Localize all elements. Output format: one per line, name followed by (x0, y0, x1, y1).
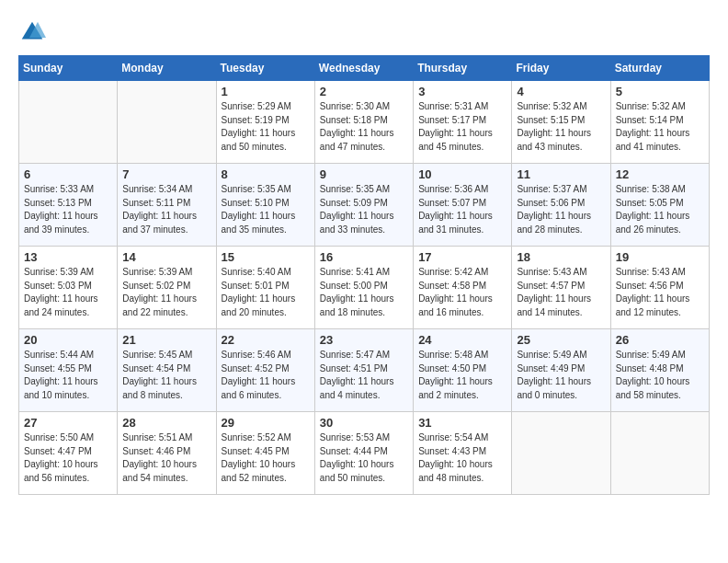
calendar-cell: 6Sunrise: 5:33 AMSunset: 5:13 PMDaylight… (19, 164, 118, 247)
day-number: 23 (320, 333, 408, 347)
day-number: 11 (517, 167, 605, 181)
day-info: Sunrise: 5:53 AMSunset: 4:44 PMDaylight:… (320, 431, 408, 485)
day-info: Sunrise: 5:34 AMSunset: 5:11 PMDaylight:… (122, 183, 210, 236)
day-number: 19 (616, 250, 704, 264)
calendar-cell (118, 81, 216, 164)
day-number: 31 (418, 416, 506, 430)
calendar-cell: 3Sunrise: 5:31 AMSunset: 5:17 PMDaylight… (414, 81, 512, 164)
day-info: Sunrise: 5:49 AMSunset: 4:48 PMDaylight:… (616, 349, 704, 402)
day-number: 3 (418, 85, 506, 98)
calendar-week-row: 27Sunrise: 5:50 AMSunset: 4:47 PMDayligh… (19, 412, 710, 495)
day-info: Sunrise: 5:31 AMSunset: 5:17 PMDaylight:… (418, 100, 506, 154)
column-header-thursday: Thursday (414, 56, 512, 81)
day-info: Sunrise: 5:35 AMSunset: 5:10 PMDaylight:… (222, 183, 310, 236)
logo-icon (18, 18, 46, 46)
day-number: 10 (418, 167, 506, 181)
day-number: 1 (222, 85, 310, 98)
day-info: Sunrise: 5:43 AMSunset: 4:56 PMDaylight:… (616, 266, 704, 319)
calendar-week-row: 6Sunrise: 5:33 AMSunset: 5:13 PMDaylight… (19, 164, 710, 247)
day-info: Sunrise: 5:32 AMSunset: 5:14 PMDaylight:… (616, 100, 704, 154)
day-number: 28 (122, 416, 210, 430)
calendar-table: SundayMondayTuesdayWednesdayThursdayFrid… (18, 55, 710, 495)
day-info: Sunrise: 5:43 AMSunset: 4:57 PMDaylight:… (517, 266, 605, 319)
day-info: Sunrise: 5:38 AMSunset: 5:05 PMDaylight:… (616, 183, 704, 236)
calendar-cell: 1Sunrise: 5:29 AMSunset: 5:19 PMDaylight… (216, 81, 314, 164)
day-number: 25 (517, 333, 605, 347)
calendar-cell: 26Sunrise: 5:49 AMSunset: 4:48 PMDayligh… (610, 329, 709, 412)
calendar-cell: 9Sunrise: 5:35 AMSunset: 5:09 PMDaylight… (314, 164, 413, 247)
day-info: Sunrise: 5:52 AMSunset: 4:45 PMDaylight:… (222, 431, 310, 485)
day-number: 12 (616, 167, 704, 181)
day-number: 7 (122, 167, 210, 181)
day-info: Sunrise: 5:46 AMSunset: 4:52 PMDaylight:… (222, 349, 310, 402)
calendar-cell: 5Sunrise: 5:32 AMSunset: 5:14 PMDaylight… (610, 81, 709, 164)
calendar-cell: 2Sunrise: 5:30 AMSunset: 5:18 PMDaylight… (314, 81, 413, 164)
calendar-cell: 20Sunrise: 5:44 AMSunset: 4:55 PMDayligh… (19, 329, 118, 412)
day-number: 2 (320, 85, 408, 98)
calendar-header-row: SundayMondayTuesdayWednesdayThursdayFrid… (19, 56, 710, 81)
day-info: Sunrise: 5:47 AMSunset: 4:51 PMDaylight:… (320, 349, 408, 402)
calendar-cell: 29Sunrise: 5:52 AMSunset: 4:45 PMDayligh… (216, 412, 314, 495)
day-info: Sunrise: 5:39 AMSunset: 5:02 PMDaylight:… (122, 266, 210, 319)
logo (18, 18, 50, 46)
day-info: Sunrise: 5:49 AMSunset: 4:49 PMDaylight:… (517, 349, 605, 402)
day-info: Sunrise: 5:29 AMSunset: 5:19 PMDaylight:… (222, 100, 310, 154)
calendar-cell: 22Sunrise: 5:46 AMSunset: 4:52 PMDayligh… (216, 329, 314, 412)
page-header (18, 18, 710, 46)
calendar-cell: 27Sunrise: 5:50 AMSunset: 4:47 PMDayligh… (19, 412, 118, 495)
calendar-week-row: 1Sunrise: 5:29 AMSunset: 5:19 PMDaylight… (19, 81, 710, 164)
column-header-saturday: Saturday (610, 56, 709, 81)
calendar-cell (512, 412, 610, 495)
calendar-cell: 7Sunrise: 5:34 AMSunset: 5:11 PMDaylight… (118, 164, 216, 247)
column-header-wednesday: Wednesday (314, 56, 413, 81)
calendar-week-row: 20Sunrise: 5:44 AMSunset: 4:55 PMDayligh… (19, 329, 710, 412)
calendar-cell: 23Sunrise: 5:47 AMSunset: 4:51 PMDayligh… (314, 329, 413, 412)
day-number: 8 (222, 167, 310, 181)
calendar-cell: 15Sunrise: 5:40 AMSunset: 5:01 PMDayligh… (216, 247, 314, 329)
day-info: Sunrise: 5:41 AMSunset: 5:00 PMDaylight:… (320, 266, 408, 319)
column-header-monday: Monday (118, 56, 216, 81)
calendar-cell: 16Sunrise: 5:41 AMSunset: 5:00 PMDayligh… (314, 247, 413, 329)
calendar-cell: 21Sunrise: 5:45 AMSunset: 4:54 PMDayligh… (118, 329, 216, 412)
day-number: 15 (222, 250, 310, 264)
day-number: 27 (24, 416, 112, 430)
column-header-tuesday: Tuesday (216, 56, 314, 81)
day-info: Sunrise: 5:30 AMSunset: 5:18 PMDaylight:… (320, 100, 408, 154)
calendar-cell: 19Sunrise: 5:43 AMSunset: 4:56 PMDayligh… (610, 247, 709, 329)
calendar-cell: 4Sunrise: 5:32 AMSunset: 5:15 PMDaylight… (512, 81, 610, 164)
day-number: 21 (122, 333, 210, 347)
day-number: 5 (616, 85, 704, 98)
day-number: 6 (24, 167, 112, 181)
day-number: 17 (418, 250, 506, 264)
calendar-cell: 30Sunrise: 5:53 AMSunset: 4:44 PMDayligh… (314, 412, 413, 495)
day-info: Sunrise: 5:50 AMSunset: 4:47 PMDaylight:… (24, 431, 112, 485)
calendar-cell: 24Sunrise: 5:48 AMSunset: 4:50 PMDayligh… (414, 329, 512, 412)
day-info: Sunrise: 5:39 AMSunset: 5:03 PMDaylight:… (24, 266, 112, 319)
calendar-cell: 18Sunrise: 5:43 AMSunset: 4:57 PMDayligh… (512, 247, 610, 329)
day-number: 26 (616, 333, 704, 347)
calendar-week-row: 13Sunrise: 5:39 AMSunset: 5:03 PMDayligh… (19, 247, 710, 329)
day-number: 9 (320, 167, 408, 181)
calendar-cell (610, 412, 709, 495)
day-info: Sunrise: 5:36 AMSunset: 5:07 PMDaylight:… (418, 183, 506, 236)
day-info: Sunrise: 5:51 AMSunset: 4:46 PMDaylight:… (122, 431, 210, 485)
day-number: 4 (517, 85, 605, 98)
day-number: 29 (222, 416, 310, 430)
calendar-cell: 13Sunrise: 5:39 AMSunset: 5:03 PMDayligh… (19, 247, 118, 329)
day-number: 20 (24, 333, 112, 347)
day-info: Sunrise: 5:54 AMSunset: 4:43 PMDaylight:… (418, 431, 506, 485)
day-number: 13 (24, 250, 112, 264)
day-number: 30 (320, 416, 408, 430)
calendar-cell: 28Sunrise: 5:51 AMSunset: 4:46 PMDayligh… (118, 412, 216, 495)
column-header-sunday: Sunday (19, 56, 118, 81)
day-info: Sunrise: 5:32 AMSunset: 5:15 PMDaylight:… (517, 100, 605, 154)
day-number: 16 (320, 250, 408, 264)
day-number: 14 (122, 250, 210, 264)
day-number: 18 (517, 250, 605, 264)
column-header-friday: Friday (512, 56, 610, 81)
calendar-cell: 12Sunrise: 5:38 AMSunset: 5:05 PMDayligh… (610, 164, 709, 247)
calendar-cell: 14Sunrise: 5:39 AMSunset: 5:02 PMDayligh… (118, 247, 216, 329)
day-info: Sunrise: 5:45 AMSunset: 4:54 PMDaylight:… (122, 349, 210, 402)
day-info: Sunrise: 5:44 AMSunset: 4:55 PMDaylight:… (24, 349, 112, 402)
day-info: Sunrise: 5:35 AMSunset: 5:09 PMDaylight:… (320, 183, 408, 236)
